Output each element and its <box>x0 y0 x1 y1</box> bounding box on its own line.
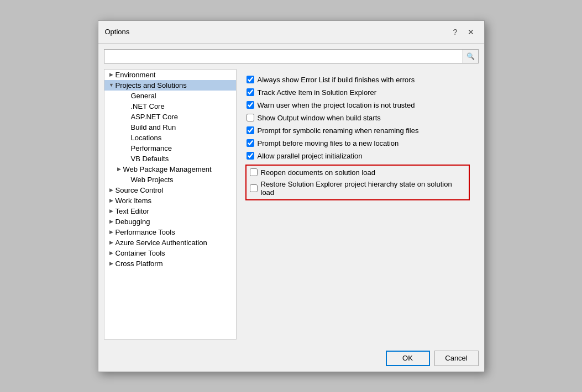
tree-arrow-performance-tools: ▶ <box>108 229 116 235</box>
tree-item-projects-and-solutions[interactable]: ▼Projects and Solutions <box>104 80 236 91</box>
tree-arrow-work-items: ▶ <box>108 198 116 203</box>
option-row-track-active-item: Track Active Item in Solution Explorer <box>245 86 470 99</box>
dialog-title: Options <box>105 28 130 36</box>
checkbox-warn-user[interactable] <box>247 101 254 109</box>
tree-label-vb-defaults: VB Defaults <box>131 155 234 163</box>
search-input[interactable] <box>104 49 463 63</box>
tree-item-performance-tools[interactable]: ▶Performance Tools <box>104 227 236 237</box>
tree-label-build-and-run: Build and Run <box>131 123 234 131</box>
tree-arrow-environment: ▶ <box>108 72 116 77</box>
tree-item-cross-platform[interactable]: ▶Cross Platform <box>104 258 236 269</box>
tree-item-environment[interactable]: ▶Environment <box>104 70 236 80</box>
option-label-restore-solution-explorer: Restore Solution Explorer project hierar… <box>261 180 465 197</box>
right-panel: Always show Error List if build finishes… <box>237 69 479 340</box>
option-row-restore-solution-explorer: Restore Solution Explorer project hierar… <box>249 178 466 198</box>
option-label-allow-parallel: Allow parallel project initialization <box>258 152 363 160</box>
tree-label-text-editor: Text Editor <box>116 207 234 215</box>
title-bar-buttons: ? ✕ <box>449 25 478 39</box>
tree-label-performance: Performance <box>131 144 234 152</box>
search-row: 🔍 <box>104 49 479 63</box>
option-label-show-output-window: Show Output window when build starts <box>258 114 381 122</box>
tree-item-source-control[interactable]: ▶Source Control <box>104 185 236 195</box>
tree-label-work-items: Work Items <box>116 197 234 205</box>
dialog-footer: OK Cancel <box>98 345 484 372</box>
tree-item-azure-service-auth[interactable]: ▶Azure Service Authentication <box>104 237 236 248</box>
tree-item-asp-net-core[interactable]: ASP.NET Core <box>104 112 236 122</box>
tree-arrow-cross-platform: ▶ <box>108 261 116 266</box>
option-row-prompt-symbolic-renaming: Prompt for symbolic renaming when renami… <box>245 124 470 137</box>
tree-item-build-and-run[interactable]: Build and Run <box>104 122 236 133</box>
title-bar: Options ? ✕ <box>98 21 484 44</box>
option-row-allow-parallel: Allow parallel project initialization <box>245 150 470 162</box>
tree-label-net-core: .NET Core <box>131 102 234 110</box>
highlighted-options-box: Reopen documents on solution loadRestore… <box>245 165 470 200</box>
tree-arrow-projects-and-solutions: ▼ <box>108 82 116 88</box>
tree-arrow-container-tools: ▶ <box>108 250 116 256</box>
option-label-track-active-item: Track Active Item in Solution Explorer <box>258 88 377 97</box>
tree-arrow-azure-service-auth: ▶ <box>108 240 116 245</box>
tree-item-text-editor[interactable]: ▶Text Editor <box>104 206 236 216</box>
tree-label-performance-tools: Performance Tools <box>116 228 234 236</box>
option-row-reopen-documents: Reopen documents on solution load <box>249 167 466 178</box>
option-row-prompt-before-moving: Prompt before moving files to a new loca… <box>245 137 470 150</box>
option-row-warn-user: Warn user when the project location is n… <box>245 99 470 112</box>
tree-item-web-projects[interactable]: Web Projects <box>104 174 236 185</box>
tree-arrow-source-control: ▶ <box>108 187 116 193</box>
tree-label-environment: Environment <box>116 71 234 79</box>
option-label-warn-user: Warn user when the project location is n… <box>258 101 415 109</box>
close-button[interactable]: ✕ <box>464 25 478 39</box>
checkbox-reopen-documents[interactable] <box>250 168 258 176</box>
tree-label-projects-and-solutions: Projects and Solutions <box>116 81 234 89</box>
option-label-reopen-documents: Reopen documents on solution load <box>261 168 375 177</box>
tree-label-cross-platform: Cross Platform <box>116 259 234 268</box>
tree-item-container-tools[interactable]: ▶Container Tools <box>104 248 236 258</box>
tree-item-work-items[interactable]: ▶Work Items <box>104 195 236 206</box>
checkbox-show-output-window[interactable] <box>247 114 254 121</box>
tree-item-net-core[interactable]: .NET Core <box>104 101 236 112</box>
checkbox-always-show-error-list[interactable] <box>247 76 254 83</box>
dialog-body: 🔍 ▶Environment▼Projects and SolutionsGen… <box>98 44 484 345</box>
tree-panel: ▶Environment▼Projects and SolutionsGener… <box>104 69 237 340</box>
content-area: ▶Environment▼Projects and SolutionsGener… <box>104 69 479 340</box>
tree-label-web-projects: Web Projects <box>131 176 234 184</box>
ok-button[interactable]: OK <box>386 351 430 366</box>
tree-arrow-debugging: ▶ <box>108 219 116 224</box>
tree-item-vb-defaults[interactable]: VB Defaults <box>104 153 236 164</box>
tree-label-azure-service-auth: Azure Service Authentication <box>116 239 234 247</box>
checkbox-allow-parallel[interactable] <box>247 152 254 160</box>
option-label-prompt-before-moving: Prompt before moving files to a new loca… <box>258 139 399 147</box>
tree-label-source-control: Source Control <box>116 186 234 194</box>
checkbox-prompt-before-moving[interactable] <box>247 139 254 147</box>
options-dialog: Options ? ✕ 🔍 ▶Environment▼Projects and … <box>98 20 485 372</box>
tree-label-container-tools: Container Tools <box>116 249 234 257</box>
option-label-always-show-error-list: Always show Error List if build finishes… <box>258 76 415 84</box>
tree-item-web-package-management[interactable]: ▶Web Package Management <box>104 164 236 174</box>
option-row-always-show-error-list: Always show Error List if build finishes… <box>245 73 470 86</box>
tree-label-web-package-management: Web Package Management <box>123 165 234 173</box>
tree-item-performance[interactable]: Performance <box>104 143 236 153</box>
checkbox-track-active-item[interactable] <box>247 88 254 96</box>
checkbox-restore-solution-explorer[interactable] <box>250 184 258 192</box>
help-button[interactable]: ? <box>449 25 462 39</box>
option-label-prompt-symbolic-renaming: Prompt for symbolic renaming when renami… <box>258 126 419 135</box>
cancel-button[interactable]: Cancel <box>434 351 479 366</box>
tree-item-debugging[interactable]: ▶Debugging <box>104 216 236 227</box>
tree-arrow-text-editor: ▶ <box>108 208 116 214</box>
search-button[interactable]: 🔍 <box>463 49 479 63</box>
tree-item-general[interactable]: General <box>104 91 236 101</box>
tree-item-locations[interactable]: Locations <box>104 133 236 143</box>
search-icon: 🔍 <box>466 52 475 60</box>
tree-label-general: General <box>131 92 234 100</box>
tree-label-asp-net-core: ASP.NET Core <box>131 113 234 121</box>
tree-arrow-web-package-management: ▶ <box>116 166 123 172</box>
option-row-show-output-window: Show Output window when build starts <box>245 112 470 124</box>
tree-label-debugging: Debugging <box>116 218 234 226</box>
checkbox-prompt-symbolic-renaming[interactable] <box>247 126 254 134</box>
tree-label-locations: Locations <box>131 134 234 142</box>
